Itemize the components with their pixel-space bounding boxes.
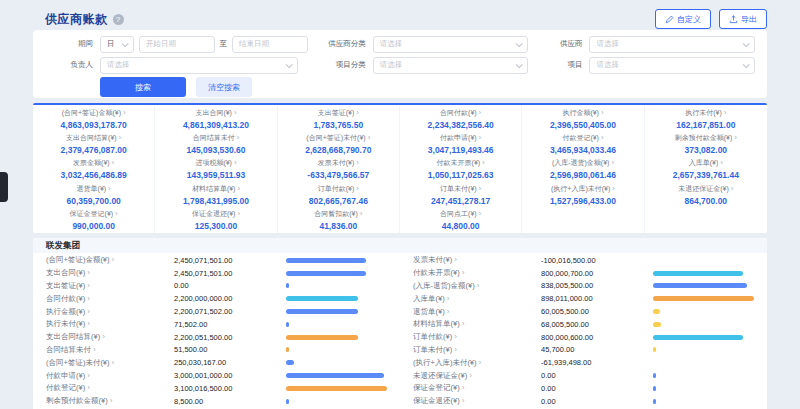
metric-cell[interactable]: 支出签证(¥)›1,783,765.50 [278,106,400,131]
supplier-placeholder: 请选择 [596,39,619,49]
account-row-label[interactable]: 支出合同(¥)› [46,268,174,278]
account-row-label[interactable]: (合同+签证)金额(¥)› [46,255,174,265]
account-row-label-text: 订单未付(¥) [413,345,452,355]
metric-cell[interactable]: 保证金退还(¥)›125,300.00 [155,208,277,233]
metric-cell[interactable]: 支出合同(¥)›4,861,309,413.20 [155,106,277,131]
metric-label: 进项税额(¥)› [195,158,236,168]
customize-button[interactable]: 自定义 [655,9,711,29]
account-row-label[interactable]: 订单付款(¥)› [413,332,541,342]
metric-value: 3,465,934,033.46 [550,145,616,155]
account-row-label[interactable]: (执行+入库)未付(¥)› [413,358,541,368]
project-select[interactable]: 请选择 [589,57,755,74]
metric-value: 3,032,456,486.89 [61,170,127,180]
filter-supplier: 供应商 请选择 [538,36,755,53]
search-button[interactable]: 搜索 [100,77,186,97]
account-row-label[interactable]: 退货单(¥)› [413,307,541,317]
metric-cell[interactable]: 付款登记(¥)›3,465,934,033.46 [522,131,644,156]
metric-value: 1,527,596,433.00 [550,196,616,206]
chevron-right-icon: › [87,372,90,380]
account-row-label-text: 订单付款(¥) [413,332,452,342]
account-row-label-text: 退货单(¥) [413,307,445,317]
clear-search-button[interactable]: 清空搜索 [196,77,252,97]
metric-cell[interactable]: 付款未开票(¥)›1,050,117,025.63 [400,157,522,182]
account-row-label[interactable]: 付款申请(¥)› [46,371,174,381]
account-row-label[interactable]: (入库-退货)金额(¥)› [413,281,541,291]
metric-cell[interactable]: 退货单(¥)›60,359,700.00 [33,182,155,207]
bar-track [286,271,387,276]
metric-cell[interactable]: 发票金额(¥)›3,032,456,486.89 [33,157,155,182]
account-row-label[interactable]: 支出签证(¥)› [46,281,174,291]
metric-cell[interactable]: 执行未付(¥)›162,167,851.00 [645,106,767,131]
metric-label-text: 进项税额(¥) [195,158,232,168]
metric-cell[interactable]: (合同+签证)金额(¥)›4,863,093,178.70 [33,106,155,131]
account-row-label[interactable]: 执行未付(¥)› [46,319,174,329]
account-row-label[interactable]: 保证金登记(¥)› [413,383,541,393]
bar-track [286,386,387,391]
value-bar [653,296,754,301]
end-date-input[interactable]: 结束日期 [232,36,308,53]
metric-cell[interactable]: 合同结算未付›145,093,530.60 [155,131,277,156]
account-row-label[interactable]: 付款登记(¥)› [46,383,174,393]
filter-label-project: 项目 [538,60,582,70]
account-row-label[interactable]: 支出合同结算(¥)› [46,332,174,342]
account-row: (入库-退货)金额(¥)›838,005,500.00 [413,280,754,293]
account-row-label[interactable]: 入库单(¥)› [413,294,541,304]
metric-cell[interactable]: 保证金登记(¥)›990,000.00 [33,208,155,233]
group-name: 联发集团 [46,240,80,252]
metric-cell[interactable]: 订单付款(¥)›802,665,767.46 [278,182,400,207]
account-row-label[interactable]: 执行金额(¥)› [46,307,174,317]
period-unit-select[interactable]: 日 [100,36,134,53]
metric-cell[interactable]: 执行金额(¥)›2,396,550,405.00 [522,106,644,131]
metric-cell[interactable]: 付款申请(¥)›3,047,119,493.46 [400,131,522,156]
supplier-category-select[interactable]: 请选择 [373,36,529,53]
account-row-value: 2,200,000,000.00 [174,294,286,303]
metric-label-text: 保证金登记(¥) [70,209,114,219]
account-row-label[interactable]: 付款未开票(¥)› [413,268,541,278]
metric-cell[interactable]: 剩余预付款金额(¥)›373,082.00 [645,131,767,156]
metric-cell[interactable]: 进项税额(¥)›143,959,511.93 [155,157,277,182]
help-icon[interactable]: ? [113,14,124,25]
metric-cell[interactable]: 合同点工(¥)›44,800.00 [400,208,522,233]
account-row-value: 68,005,500.00 [541,320,653,329]
metric-cell[interactable]: 材料结算单(¥)›1,798,431,995.00 [155,182,277,207]
account-row-value: 0.00 [541,397,653,406]
account-row-label-text: (执行+入库)未付(¥) [413,358,477,368]
export-button[interactable]: 导出 [719,9,767,29]
end-date-placeholder: 结束日期 [239,39,269,49]
metric-label: 支出合同结算(¥)› [66,133,121,143]
metric-cell[interactable]: (入库-退货)金额(¥)›2,596,980,061.46 [522,157,644,182]
filter-label-period: 期间 [45,39,93,49]
account-row-value: 0.00 [174,281,286,290]
value-bar [653,399,656,404]
metric-cell[interactable]: 合同付款(¥)›2,234,382,556.40 [400,106,522,131]
metric-cell[interactable]: 订单未付(¥)›247,451,278.17 [400,182,522,207]
supplier-select[interactable]: 请选择 [589,36,755,53]
metric-cell[interactable]: 入库单(¥)›2,657,339,761.44 [645,157,767,182]
metric-cell[interactable]: 未退还保证金(¥)›864,700.00 [645,182,767,207]
metric-value: 373,082.00 [685,145,728,155]
account-row-label[interactable]: 剩余预付款金额(¥)› [46,396,174,406]
account-row-label[interactable]: 材料结算单(¥)› [413,319,541,329]
account-row: 订单付款(¥)›800,000,600.00 [413,331,754,344]
metric-cell[interactable]: 合同暂扣款(¥)›41,836.00 [278,208,400,233]
account-row-label[interactable]: 保证金退还(¥)› [413,396,541,406]
account-row-label[interactable]: 未退还保证金(¥)› [413,371,541,381]
account-row-label[interactable]: 发票未付(¥)› [413,255,541,265]
account-row-value: 60,005,500.00 [541,307,653,316]
metric-cell[interactable]: 支出合同结算(¥)›2,379,476,087.00 [33,131,155,156]
account-row-label[interactable]: 订单未付(¥)› [413,345,541,355]
owner-select[interactable]: 请选择 [100,57,298,74]
metric-cell[interactable]: 发票未付(¥)›-633,479,566.57 [278,157,400,182]
start-date-input[interactable]: 开始日期 [139,36,215,53]
group-header[interactable]: 联发集团 [33,238,767,253]
project-category-select[interactable]: 请选择 [373,57,529,74]
metric-label: 保证金登记(¥)› [70,209,118,219]
account-row-label[interactable]: 合同结算未付› [46,345,174,355]
project-placeholder: 请选择 [596,60,619,70]
metric-cell[interactable]: (执行+入库)未付(¥)›1,527,596,433.00 [522,182,644,207]
metric-label: 入库单(¥)› [689,158,723,168]
sidebar-expand-handle[interactable] [0,172,8,202]
account-row-label[interactable]: (合同+签证)未付(¥)› [46,358,174,368]
account-row-label[interactable]: 合同付款(¥)› [46,294,174,304]
metric-cell[interactable]: (合同+签证)未付(¥)›2,628,668,790.70 [278,131,400,156]
